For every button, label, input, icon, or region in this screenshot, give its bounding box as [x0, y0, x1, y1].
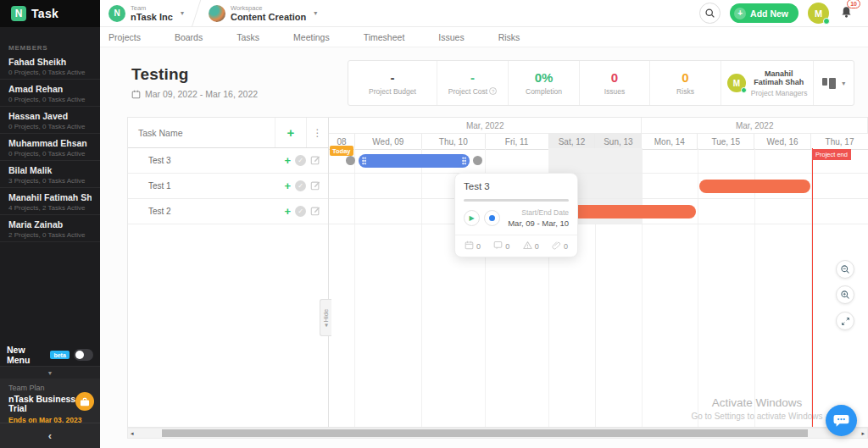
notifications-button[interactable]: 10	[840, 5, 853, 22]
member-name: Fahad Sheikh	[8, 57, 92, 67]
member-item[interactable]: Amad Rehan0 Projects, 0 Tasks Active	[0, 80, 100, 107]
member-item[interactable]: Fahad Sheikh0 Projects, 0 Tasks Active	[0, 53, 100, 80]
stat-value: 0%	[535, 71, 554, 84]
chat-bubble-icon	[833, 413, 849, 428]
main-nav-tabs: ProjectsBoardsTasksMeetingsTimesheetIssu…	[100, 27, 868, 47]
team-selector[interactable]: N Team nTask Inc ▾	[100, 0, 192, 26]
stat-project-budget: -Project Budget	[348, 61, 437, 105]
project-manager-cell[interactable]: M Manahil Fatimah Shah Project Managers	[721, 61, 814, 105]
tab-projects[interactable]: Projects	[108, 32, 141, 42]
topbar: N Team nTask Inc ▾ Workspace Content Cre…	[100, 0, 868, 27]
chat-support-button[interactable]	[826, 405, 857, 436]
search-button[interactable]	[699, 3, 721, 24]
task-row[interactable]: Test 2+✓	[128, 199, 328, 224]
tab-meetings[interactable]: Meetings	[293, 32, 330, 42]
start-task-button[interactable]: ▶	[464, 210, 480, 226]
scroll-left-arrow[interactable]: ◂	[131, 429, 134, 438]
view-layout-button[interactable]: ▾	[814, 61, 854, 105]
tab-timesheet[interactable]: Timesheet	[364, 32, 405, 42]
add-subtask-button[interactable]: +	[284, 180, 291, 191]
project-date-range: Mar 09, 2022 - Mar 16, 2022	[131, 89, 258, 99]
ntask-gantt-page: { "icons": { "plus": "+", "kebab": "⋮", …	[0, 0, 868, 448]
zoom-out-button[interactable]	[836, 260, 854, 279]
timeline-column	[329, 148, 355, 427]
add-task-button[interactable]: +	[275, 118, 306, 147]
tab-tasks[interactable]: Tasks	[236, 32, 259, 42]
drag-grip-icon[interactable]	[362, 157, 366, 165]
edit-task-button[interactable]	[310, 153, 320, 169]
complete-task-button[interactable]: ✓	[295, 206, 306, 217]
stat-label: Project Budget	[369, 87, 416, 96]
team-label: Team	[131, 5, 173, 12]
tooltip-actions-row: ▶ Start/End Date Mar, 09 - Mar, 10	[464, 208, 569, 228]
timeline-month-header: Mar, 2022	[329, 118, 642, 133]
new-menu-toggle[interactable]	[74, 349, 93, 361]
complete-task-button[interactable]: ✓	[295, 180, 306, 191]
member-detail: 3 Projects, 0 Tasks Active	[8, 177, 92, 185]
row-divider	[329, 173, 868, 174]
complete-task-button[interactable]: ✓	[295, 155, 306, 166]
help-icon[interactable]: ?	[489, 87, 497, 95]
gantt-bar-test-1[interactable]	[699, 180, 810, 193]
activate-line1: Activate Windows	[689, 396, 825, 409]
task-row[interactable]: Test 1+✓	[128, 174, 328, 199]
gantt-bar-test-3[interactable]	[359, 154, 470, 168]
stat-value: 0	[611, 71, 618, 84]
kebab-menu-icon[interactable]: ⋮	[306, 118, 328, 147]
timeline-month-header: Mar, 2022	[642, 118, 868, 133]
tab-issues[interactable]: Issues	[438, 32, 464, 42]
timeline-day-header: Wed, 16	[754, 134, 811, 149]
plan-name: nTask Business Trial	[8, 395, 81, 413]
stat-project-cost: -Project Cost?	[437, 61, 509, 105]
layout-grid-icon	[822, 78, 836, 89]
activate-windows-watermark: Activate Windows Go to Settings to activ…	[689, 396, 825, 421]
search-icon	[704, 8, 715, 19]
bar-start-handle[interactable]	[346, 156, 355, 165]
fullscreen-button[interactable]	[836, 312, 854, 330]
edit-task-button[interactable]	[310, 179, 320, 194]
expand-icon	[841, 317, 850, 326]
today-badge: Today	[330, 146, 353, 156]
team-plan-label: Team Plan	[8, 384, 92, 392]
app-logo[interactable]: N Task	[0, 0, 100, 27]
workspace-selector[interactable]: Workspace Content Creation ▾	[200, 0, 326, 26]
stat-label: Issues	[604, 87, 626, 96]
status-dot-button[interactable]	[484, 210, 500, 226]
stat-label: Completion	[526, 87, 562, 96]
drag-grip-icon[interactable]	[462, 157, 466, 165]
add-subtask-button[interactable]: +	[284, 206, 291, 217]
scroll-right-arrow[interactable]: ▸	[861, 429, 865, 438]
member-detail: 0 Projects, 0 Tasks Active	[8, 96, 92, 103]
tab-boards[interactable]: Boards	[175, 32, 203, 42]
gantt-timeline: Mar, 2022Mar, 2022 08Wed, 09Thu, 10Fri, …	[329, 118, 868, 427]
task-row[interactable]: Test 3+✓	[128, 148, 328, 174]
bar-end-handle[interactable]	[473, 156, 482, 165]
member-item[interactable]: Maria Zainab2 Projects, 0 Tasks Active	[0, 215, 100, 242]
scrollbar-thumb[interactable]	[162, 429, 808, 437]
add-new-button[interactable]: + Add New	[730, 3, 798, 23]
member-name: Bilal Malik	[8, 165, 92, 175]
edit-task-button[interactable]	[310, 204, 320, 219]
task-panel-header: Task Name + ⋮	[128, 118, 328, 148]
horizontal-scrollbar[interactable]: ◂ ▸	[127, 428, 868, 439]
member-item[interactable]: Hassan Javed0 Projects, 0 Tasks Active	[0, 107, 100, 134]
add-subtask-button[interactable]: +	[284, 155, 291, 166]
sidebar-collapse-chevron[interactable]: ▼	[0, 366, 100, 379]
warning-icon	[523, 241, 532, 252]
row-divider	[329, 224, 868, 224]
zoom-in-button[interactable]	[836, 285, 854, 304]
sidebar-collapse-button[interactable]: ‹	[0, 423, 100, 448]
online-status-dot	[823, 18, 830, 25]
member-item[interactable]: Bilal Malik3 Projects, 0 Tasks Active	[0, 161, 100, 188]
member-detail: 4 Projects, 2 Tasks Active	[8, 204, 92, 212]
workspace-label: Workspace	[231, 5, 306, 12]
toggle-knob	[75, 351, 84, 359]
briefcase-icon[interactable]	[75, 392, 94, 411]
hide-panel-tab[interactable]: ◂ Hide	[320, 299, 331, 336]
workspace-name: Content Creation	[231, 12, 306, 22]
member-item[interactable]: Manahil Fatimah Shah4 Projects, 2 Tasks …	[0, 188, 100, 215]
tab-risks[interactable]: Risks	[498, 32, 520, 42]
comment-counter: 0	[493, 241, 509, 252]
user-avatar[interactable]: M	[808, 3, 829, 24]
member-item[interactable]: Muhammad Ehsan0 Projects, 0 Tasks Active	[0, 134, 100, 161]
